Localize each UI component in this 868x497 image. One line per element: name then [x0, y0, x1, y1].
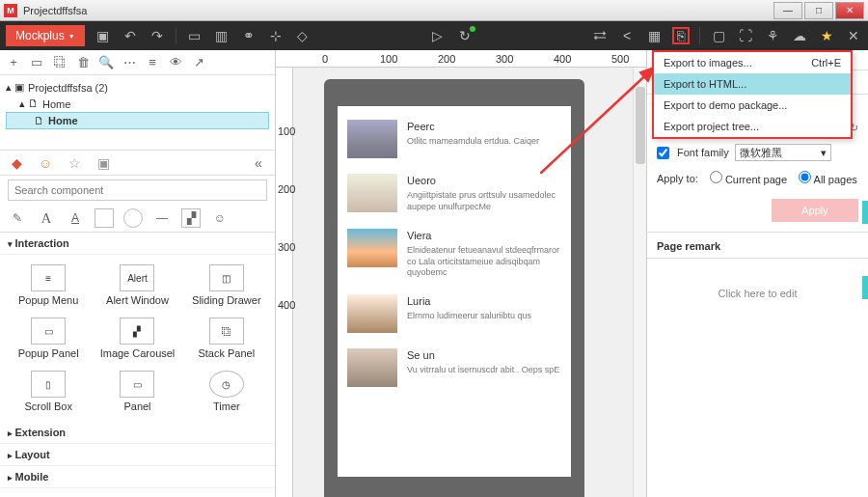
- canvas-scrollbar[interactable]: [633, 68, 646, 497]
- quick-shapes: ✎ A A — ▞ ☺: [0, 205, 275, 233]
- main-toolbar: Mockplus ▣ ↶ ↷ ▭ ▥ ⚭ ⊹ ◇ ▷ ↻ ⮂ < ▦ ⎘ ▢ ⛶…: [0, 21, 868, 50]
- ruler-icon[interactable]: ⊹: [267, 27, 285, 44]
- align-icon[interactable]: ▭: [186, 27, 203, 44]
- font-family-combo[interactable]: 微软雅黑▾: [735, 144, 831, 161]
- thumb-icon: [347, 348, 397, 387]
- apply-button[interactable]: Apply: [772, 199, 858, 222]
- font-family-checkbox[interactable]: [657, 147, 669, 159]
- comp-scroll-box[interactable]: ▯Scroll Box: [6, 367, 91, 416]
- comp-popup-menu[interactable]: ≡Popup Menu: [6, 261, 91, 310]
- play-icon[interactable]: ▷: [429, 27, 447, 44]
- comp-image-carousel[interactable]: ▞Image Carousel: [95, 314, 179, 363]
- comp-popup-panel[interactable]: ▭Popup Panel: [6, 314, 91, 363]
- thumb-icon: [347, 120, 397, 158]
- thumb-icon: [347, 229, 397, 267]
- grid-icon[interactable]: ▦: [645, 27, 663, 44]
- distribute-icon[interactable]: ▥: [213, 27, 231, 44]
- folder-icon[interactable]: ▭: [29, 55, 44, 70]
- library-tabs: ◆ ☺ ☆ ▣ «: [0, 151, 275, 176]
- eye-icon[interactable]: 👁: [168, 55, 183, 70]
- app-icon: M: [4, 4, 17, 17]
- side-tab-1[interactable]: [862, 201, 868, 224]
- delete-icon[interactable]: 🗑: [75, 55, 91, 70]
- device-screen[interactable]: PeercOtlitc mameamdula ertdua. Caiqer Ue…: [338, 106, 571, 477]
- cloud-icon[interactable]: ☁: [791, 27, 808, 44]
- line-shape-icon[interactable]: —: [152, 208, 172, 228]
- radio-all-pages[interactable]: All pages: [799, 171, 857, 185]
- list-item[interactable]: PeercOtlitc mameamdula ertdua. Caiqer: [347, 112, 561, 166]
- app-menu-button[interactable]: Mockplus: [6, 25, 85, 46]
- project-toolbar: + ▭ ⿻ 🗑 🔍 ⋯ ≡ 👁 ↗: [0, 50, 275, 75]
- export-button[interactable]: ⎘: [672, 27, 690, 44]
- left-panel: + ▭ ⿻ 🗑 🔍 ⋯ ≡ 👁 ↗ ▴ ▣ Projectdffsfsa (2)…: [0, 50, 276, 497]
- list-item[interactable]: Se unVu vitrralu ut isernuscdr abit . Oe…: [347, 341, 561, 395]
- side-tab-2[interactable]: [862, 276, 868, 299]
- maximize-button[interactable]: □: [804, 2, 833, 19]
- window-titlebar: M Projectdffsfsa — □ ✕: [0, 0, 868, 21]
- link-icon[interactable]: ⚭: [240, 27, 258, 44]
- section-layout[interactable]: Layout: [0, 444, 275, 466]
- tree-root[interactable]: ▴ ▣ Projectdffsfsa (2): [6, 79, 269, 96]
- section-mobile[interactable]: Mobile: [0, 466, 275, 488]
- search-input[interactable]: [8, 179, 267, 201]
- rect-shape-icon[interactable]: [95, 208, 114, 228]
- export-menu: Export to images...Ctrl+E Export to HTML…: [652, 50, 853, 139]
- component-sections: Interaction ≡Popup Menu AlertAlert Windo…: [0, 233, 275, 497]
- ruler-horizontal: 0 100 200 300 400 500: [276, 50, 646, 68]
- apply-to-label: Apply to:: [657, 173, 698, 184]
- ruler-vertical: 100 200 300 400: [276, 68, 293, 497]
- export-tree-item[interactable]: Export project tree...: [654, 116, 851, 137]
- comp-alert-window[interactable]: AlertAlert Window: [95, 261, 179, 310]
- close-button[interactable]: ✕: [835, 2, 864, 19]
- add-icon[interactable]: +: [6, 55, 21, 70]
- device-frame-icon[interactable]: ▢: [710, 27, 727, 44]
- team-icon[interactable]: ⚘: [764, 27, 781, 44]
- list-item[interactable]: VieraElnideatenur fetueanavul stdeeqfrma…: [347, 221, 561, 287]
- circle-shape-icon[interactable]: [123, 208, 143, 228]
- color-icon[interactable]: ◇: [294, 27, 312, 44]
- export-html-item[interactable]: Export to HTML...: [654, 73, 851, 95]
- favorites-tab-icon[interactable]: ☆: [66, 154, 83, 172]
- save-icon[interactable]: ▣: [95, 27, 112, 44]
- icons-tab-icon[interactable]: ☺: [37, 154, 54, 172]
- minimize-button[interactable]: —: [773, 2, 802, 19]
- tree-node-home[interactable]: ▴ 🗋 Home: [6, 96, 269, 112]
- comp-panel[interactable]: ▭Panel: [95, 367, 179, 416]
- remark-area[interactable]: Click here to edit: [647, 259, 868, 328]
- list-icon[interactable]: ≡: [145, 55, 160, 70]
- canvas[interactable]: 0 100 200 300 400 500 100 200 300 400 Pe…: [276, 50, 646, 497]
- comp-sliding-drawer[interactable]: ◫Sliding Drawer: [184, 261, 269, 310]
- undo-icon[interactable]: ↶: [122, 27, 139, 44]
- refresh-icon[interactable]: ↻: [456, 27, 474, 44]
- fullscreen-icon[interactable]: ⛶: [737, 27, 754, 44]
- text-underline-icon[interactable]: A: [66, 208, 85, 228]
- masters-tab-icon[interactable]: ▣: [95, 154, 112, 172]
- smiley-icon[interactable]: ☺: [210, 208, 230, 228]
- image-shape-icon[interactable]: ▞: [181, 208, 201, 228]
- star-icon[interactable]: ★: [818, 27, 835, 44]
- thumb-icon: [347, 294, 397, 333]
- redo-icon[interactable]: ↷: [149, 27, 166, 44]
- tree-node-home-selected[interactable]: 🗋 Home: [6, 112, 269, 129]
- remark-header: Page remark: [647, 235, 868, 259]
- radio-current-page[interactable]: Current page: [710, 171, 787, 185]
- close-panel-icon[interactable]: ✕: [845, 27, 862, 44]
- more-icon[interactable]: ⋯: [122, 55, 137, 70]
- copy-icon[interactable]: ⿻: [52, 55, 68, 70]
- export-demo-item[interactable]: Export to demo package...: [654, 95, 851, 116]
- section-interaction[interactable]: Interaction: [0, 233, 275, 255]
- comp-stack-panel[interactable]: ⿻Stack Panel: [184, 314, 269, 363]
- search-icon[interactable]: 🔍: [98, 55, 114, 70]
- eyedropper-icon[interactable]: ✎: [8, 208, 27, 228]
- share-icon[interactable]: <: [618, 27, 636, 44]
- comp-timer[interactable]: ◷Timer: [184, 367, 269, 416]
- arrow-icon[interactable]: ↗: [191, 55, 206, 70]
- export-images-item[interactable]: Export to images...Ctrl+E: [654, 52, 851, 73]
- list-item[interactable]: LuriaElrnmo ludimeerur saluriibtu qus: [347, 287, 561, 341]
- section-extension[interactable]: Extension: [0, 422, 275, 444]
- widgets-tab-icon[interactable]: ◆: [8, 154, 25, 172]
- loop-icon[interactable]: ⮂: [591, 27, 609, 44]
- text-a-icon[interactable]: A: [37, 208, 56, 228]
- list-item[interactable]: UeoroAngiittpistate prus orttsulv usamed…: [347, 166, 561, 221]
- collapse-icon[interactable]: «: [250, 154, 267, 172]
